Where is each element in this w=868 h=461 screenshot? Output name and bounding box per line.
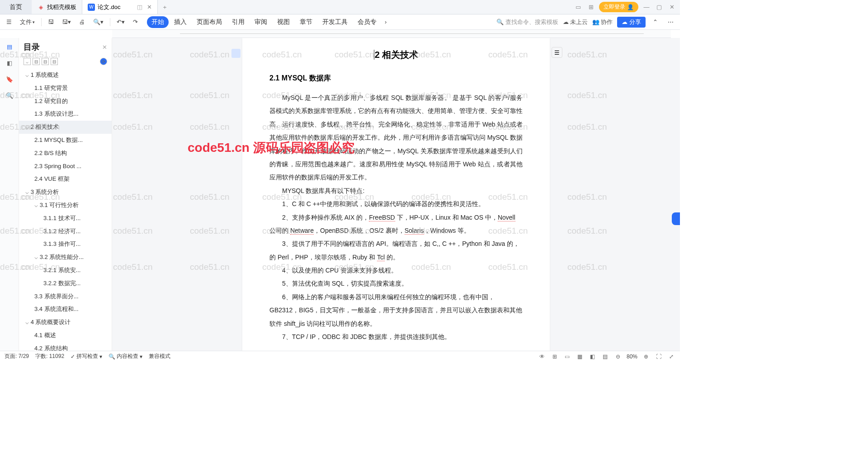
outline-node[interactable]: 2.3 Spring Boot ... xyxy=(19,160,112,173)
ribbon-layout[interactable]: 页面布局 xyxy=(192,16,226,28)
outline-node[interactable]: 3.2 系统性能分... xyxy=(19,251,112,264)
outline-node[interactable]: 1.1 研究背景 xyxy=(19,82,112,95)
outline-node[interactable]: 1 系统概述 xyxy=(19,69,112,82)
content-check[interactable]: 🔍 内容检查 ▾ xyxy=(108,353,142,360)
outline-node[interactable]: 3.4 系统流程和... xyxy=(19,303,112,316)
view5-icon[interactable]: ▤ xyxy=(601,353,609,361)
outline-close-icon[interactable]: ✕ xyxy=(102,44,107,51)
collapse-3-icon[interactable]: ⊟ xyxy=(51,58,58,65)
view1-icon[interactable]: ⊞ xyxy=(551,353,559,361)
view2-icon[interactable]: ▭ xyxy=(563,353,571,361)
outline-panel: 目录 ✕ ⌵ ⊟ ⊟ ⊟ ⟳ 1 系统概述1.1 研究背景1.2 研究目的1.3… xyxy=(19,38,112,351)
page-indicator[interactable]: 页面: 7/29 xyxy=(5,353,29,360)
search-rail-icon[interactable]: 🔍 xyxy=(5,90,14,100)
page-marker-icon xyxy=(231,49,241,58)
split-icon[interactable]: ◫ xyxy=(137,4,142,10)
ribbon-start[interactable]: 开始 xyxy=(147,16,169,28)
ribbon-dev[interactable]: 开发工具 xyxy=(318,16,352,28)
zoom-level[interactable]: 80% xyxy=(627,353,637,360)
list-item: 2、支持多种操作系统 AIX 的，FreeBSD 下，HP-UX，Linux 和… xyxy=(269,211,523,238)
outline-node[interactable]: 2.1 MYSQL 数据... xyxy=(19,134,112,147)
status-bar: 页面: 7/29 字数: 11092 ✓ 拼写检查 ▾ 🔍 内容检查 ▾ 兼容模… xyxy=(0,351,680,362)
file-menu[interactable]: 文件 ▾ xyxy=(17,16,38,28)
tab-add[interactable]: ＋ xyxy=(158,0,172,14)
outline-node[interactable]: 3.1.2 经济可... xyxy=(19,225,112,238)
fit-icon[interactable]: ⛶ xyxy=(655,353,663,361)
outline-node[interactable]: 3.1.3 操作可... xyxy=(19,238,112,251)
undo-icon[interactable]: ↶▾ xyxy=(114,17,127,27)
apps-icon[interactable]: ⊞ xyxy=(586,3,595,12)
outline-node[interactable]: 3 系统分析 xyxy=(19,186,112,199)
ribbon-view[interactable]: 视图 xyxy=(273,16,294,28)
list-item: 6、网络上的客户端和服务器可以用来编程任何独立的编程环境，也有中国，GB2312… xyxy=(269,291,523,330)
list-item: 3、提供了用于不同的编程语言的 API。编程语言，如 C,, C ++，Pyth… xyxy=(269,237,523,264)
outline-node[interactable]: 3.1.1 技术可... xyxy=(19,212,112,225)
fullscreen-icon[interactable]: ⤢ xyxy=(667,353,675,361)
more-icon[interactable]: ⋯ xyxy=(665,17,676,27)
view3-icon[interactable]: ▦ xyxy=(576,353,584,361)
tab-home[interactable]: 首页 xyxy=(0,0,32,14)
cloud-status[interactable]: ☁ 未上云 xyxy=(563,18,588,26)
ribbon-ref[interactable]: 引用 xyxy=(227,16,249,28)
word-count[interactable]: 字数: 11092 xyxy=(35,353,64,360)
outline-icon[interactable]: ▤ xyxy=(5,42,14,52)
ribbon-review[interactable]: 审阅 xyxy=(250,16,272,28)
collapse-icon[interactable]: ⌃ xyxy=(650,17,660,27)
ribbon-insert[interactable]: 插入 xyxy=(170,16,191,28)
bookmark-toggle-icon[interactable]: ☰ xyxy=(552,47,562,58)
view4-icon[interactable]: ◧ xyxy=(589,353,597,361)
save-icon[interactable]: 🖫 xyxy=(45,17,57,27)
ribbon-section[interactable]: 章节 xyxy=(295,16,317,28)
outline-node[interactable]: 2 相关技术 xyxy=(19,121,112,134)
outline-node[interactable]: 4.1 概述 xyxy=(19,329,112,342)
expand-icon[interactable]: ⌵ xyxy=(24,58,31,65)
collapse-1-icon[interactable]: ⊟ xyxy=(33,58,40,65)
toolbar: ☰ 文件 ▾ 🖫 🖫▾ 🖨 🔍▾ ↶▾ ↷ 开始 插入 页面布局 引用 审阅 视… xyxy=(0,14,680,30)
spell-check[interactable]: ✓ 拼写检查 ▾ xyxy=(71,353,102,360)
zoom-in-icon[interactable]: ⊕ xyxy=(642,353,650,361)
tab-template[interactable]: ◈ 找稻壳模板 xyxy=(32,0,82,14)
list-item: 7、TCP / IP，ODBC 和 JDBC 数据库，并提供连接到其他。 xyxy=(269,330,523,343)
layout-icon[interactable]: ▭ xyxy=(574,3,583,12)
read-mode-icon[interactable]: 👁 xyxy=(538,353,546,361)
paragraph: MYSQL 数据库具有以下特点: xyxy=(269,184,523,198)
outline-node[interactable]: 1.2 研究目的 xyxy=(19,95,112,108)
outline-node[interactable]: 3.3 系统界面分... xyxy=(19,290,112,303)
maximize-icon[interactable]: ▢ xyxy=(655,3,664,12)
sync-icon[interactable]: ⟳ xyxy=(100,58,107,65)
redo-icon[interactable]: ↷ xyxy=(130,17,141,27)
close-window-icon[interactable]: ✕ xyxy=(667,3,676,12)
search-input[interactable]: 🔍 查找命令、搜索模板 xyxy=(496,18,558,26)
collapse-2-icon[interactable]: ⊟ xyxy=(42,58,49,65)
print-icon[interactable]: 🖨 xyxy=(76,17,88,27)
ribbon-more-icon[interactable]: › xyxy=(382,17,389,27)
save-as-icon[interactable]: 🖫▾ xyxy=(59,17,74,27)
list-item: 5、算法优化查询 SQL，切实提高搜索速度。 xyxy=(269,277,523,290)
thumbnails-icon[interactable]: ◧ xyxy=(5,58,14,68)
compat-mode[interactable]: 兼容模式 xyxy=(149,353,170,360)
document-area[interactable]: ☰ 2 相关技术 2.1 MYSQL 数据库 MySQL 是一个真正的多用户、多… xyxy=(112,38,680,351)
outline-node[interactable]: 3.2.2 数据完... xyxy=(19,277,112,290)
share-button[interactable]: ☁ 分享 xyxy=(617,17,646,28)
login-button[interactable]: 立即登录👤 xyxy=(599,2,638,12)
menu-icon[interactable]: ☰ xyxy=(4,17,14,27)
outline-node[interactable]: 2.2 B/S 结构 xyxy=(19,147,112,160)
outline-node[interactable]: 2.4 VUE 框架 xyxy=(19,173,112,186)
minimize-icon[interactable]: — xyxy=(642,3,651,12)
tab-document[interactable]: W 论文.doc ◫ ✕ xyxy=(82,0,158,14)
page: ☰ 2 相关技术 2.1 MYSQL 数据库 MySQL 是一个真正的多用户、多… xyxy=(242,38,550,351)
collab-button[interactable]: 👥 协作 xyxy=(592,18,613,26)
outline-node[interactable]: 4 系统概要设计 xyxy=(19,316,112,329)
outline-node[interactable]: 3.2.1 系统安... xyxy=(19,264,112,277)
list-item: 1、C 和 C ++中使用和测试，以确保源代码的编译器的便携性和灵活性。 xyxy=(269,198,523,211)
close-icon[interactable]: ✕ xyxy=(147,4,152,10)
preview-icon[interactable]: 🔍▾ xyxy=(90,17,106,27)
side-tab-handle[interactable] xyxy=(672,212,680,225)
zoom-out-icon[interactable]: ⊖ xyxy=(614,353,622,361)
ribbon-member[interactable]: 会员专 xyxy=(353,16,381,28)
outline-tree: 1 系统概述1.1 研究背景1.2 研究目的1.3 系统设计思...2 相关技术… xyxy=(19,69,112,351)
outline-node[interactable]: 1.3 系统设计思... xyxy=(19,108,112,121)
outline-node[interactable]: 4.2 系统结构 xyxy=(19,342,112,351)
outline-node[interactable]: 3.1 可行性分析 xyxy=(19,199,112,212)
bookmark-icon[interactable]: 🔖 xyxy=(5,74,14,84)
